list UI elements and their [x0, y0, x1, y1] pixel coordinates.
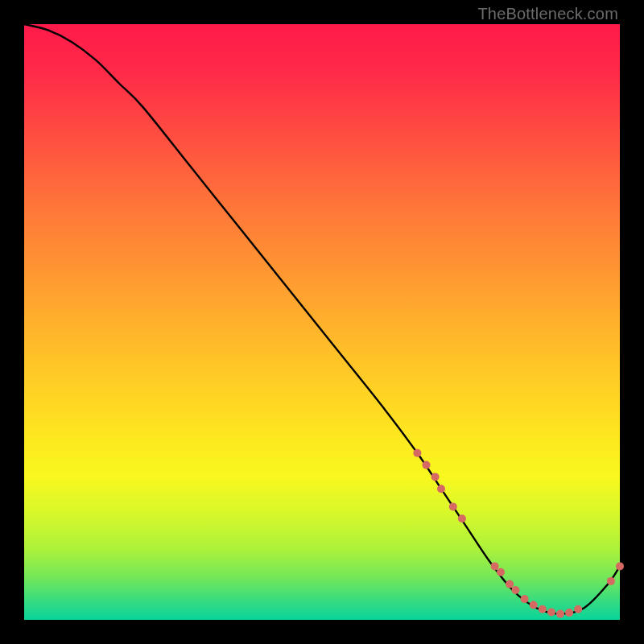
marker-dot — [539, 605, 547, 613]
marker-dot — [497, 568, 505, 576]
watermark-text: TheBottleneck.com — [477, 5, 618, 23]
marker-dot — [530, 601, 538, 609]
plot-area — [24, 24, 620, 620]
marker-dot — [423, 461, 431, 469]
marker-dot — [506, 580, 514, 588]
marker-dot — [565, 609, 573, 617]
marker-dot — [574, 605, 582, 613]
marker-dot — [547, 608, 555, 616]
marker-dot — [512, 586, 520, 594]
marker-group — [413, 449, 624, 618]
marker-dot — [491, 562, 499, 570]
bottleneck-curve — [24, 24, 620, 614]
marker-dot — [556, 610, 564, 618]
marker-dot — [431, 473, 440, 481]
chart-stage: TheBottleneck.com — [0, 0, 644, 644]
marker-dot — [449, 502, 457, 510]
marker-dot — [413, 449, 421, 457]
marker-dot — [437, 485, 445, 493]
marker-dot — [521, 595, 529, 603]
marker-dot — [458, 514, 466, 522]
chart-svg — [24, 24, 620, 620]
marker-dot — [616, 562, 624, 570]
marker-dot — [607, 577, 615, 585]
